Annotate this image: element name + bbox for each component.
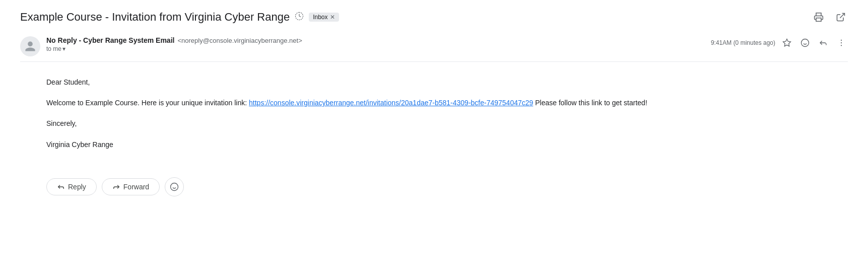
body-intro: Welcome to Example Course. Here is your … — [46, 99, 249, 107]
forward-label: Forward — [123, 183, 149, 191]
reply-label: Reply — [68, 183, 86, 191]
sender-details: No Reply - Cyber Range System Email <nor… — [46, 36, 302, 52]
subject-row: Example Course - Invitation from Virgini… — [20, 10, 848, 28]
emoji-react-button-footer[interactable] — [165, 177, 184, 196]
email-meta-right: 9:41AM (0 minutes ago) — [711, 36, 848, 49]
emoji-react-button-header[interactable] — [798, 36, 812, 49]
forward-icon — [112, 183, 120, 191]
sender-name: No Reply - Cyber Range System Email — [46, 36, 174, 44]
svg-marker-2 — [783, 39, 791, 46]
svg-point-7 — [841, 42, 842, 43]
inbox-badge-close[interactable]: ✕ — [330, 14, 335, 21]
svg-point-6 — [841, 40, 842, 41]
sender-info: No Reply - Cyber Range System Email <nor… — [20, 36, 302, 56]
inbox-label: Inbox — [313, 14, 327, 21]
reply-header-button[interactable] — [817, 36, 830, 49]
invitation-link[interactable]: https://console.virginiacyberrange.net/i… — [249, 99, 533, 107]
sender-email: <noreply@console.virginiacyberrange.net> — [177, 37, 302, 44]
chevron-down-icon: ▾ — [62, 45, 65, 52]
svg-rect-0 — [816, 18, 821, 22]
reply-icon — [57, 183, 65, 191]
subject-left: Example Course - Invitation from Virgini… — [20, 11, 339, 24]
print-button[interactable] — [812, 10, 826, 24]
to-me[interactable]: to me ▾ — [46, 45, 302, 52]
greeting: Dear Student, — [46, 76, 848, 89]
timestamp: 9:41AM (0 minutes ago) — [711, 39, 775, 46]
svg-point-3 — [802, 39, 809, 47]
svg-point-9 — [171, 183, 178, 190]
email-header: No Reply - Cyber Range System Email <nor… — [20, 36, 848, 62]
reply-button[interactable]: Reply — [46, 178, 97, 195]
to-me-label: to me — [46, 45, 61, 52]
more-options-button[interactable] — [835, 36, 848, 49]
email-actions: Reply Forward — [20, 169, 848, 204]
email-subject: Example Course - Invitation from Virgini… — [20, 11, 290, 24]
signature: Virginia Cyber Range — [46, 138, 848, 151]
body-link-suffix: Please follow this link to get started! — [533, 99, 647, 107]
svg-line-1 — [840, 14, 844, 18]
email-container: Example Course - Invitation from Virgini… — [0, 0, 868, 215]
emoji-icon — [170, 182, 179, 191]
forward-button[interactable]: Forward — [102, 178, 160, 195]
sender-name-row: No Reply - Cyber Range System Email <nor… — [46, 36, 302, 44]
star-button[interactable] — [780, 36, 793, 49]
closing: Sincerely, — [46, 117, 848, 130]
open-new-window-button[interactable] — [834, 10, 848, 24]
inbox-badge: Inbox ✕ — [309, 13, 339, 22]
snooze-icon[interactable] — [295, 12, 304, 23]
subject-right — [812, 10, 848, 24]
email-body: Dear Student, Welcome to Example Course.… — [20, 72, 848, 169]
body-main: Welcome to Example Course. Here is your … — [46, 97, 848, 109]
svg-point-8 — [841, 45, 842, 46]
avatar — [20, 36, 40, 56]
